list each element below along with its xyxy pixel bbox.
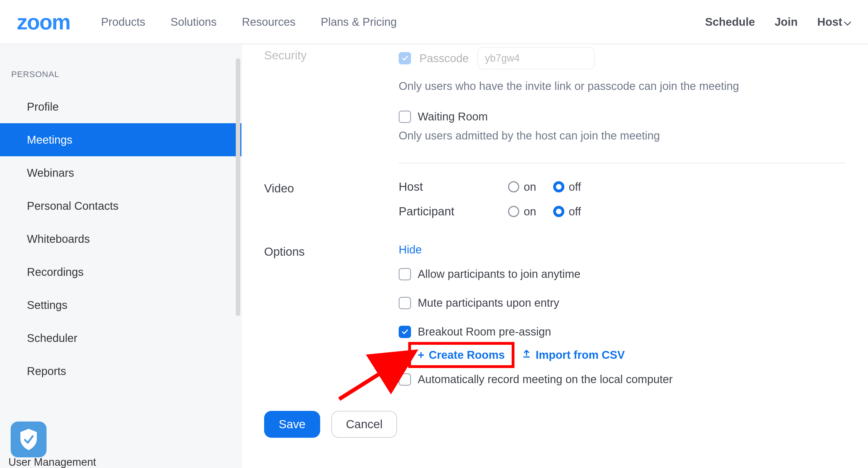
options-label: Options: [264, 243, 393, 259]
video-host-off[interactable]: off: [553, 181, 581, 193]
sidebar-item-label: Whiteboards: [27, 233, 90, 245]
import-csv-label: Import from CSV: [536, 349, 625, 361]
nav-right-group: Schedule Join Host: [705, 16, 851, 28]
sidebar-section-personal: PERSONAL: [0, 64, 241, 90]
create-rooms-label: Create Rooms: [429, 349, 505, 361]
sidebar-item-settings[interactable]: Settings: [0, 289, 241, 322]
video-participant-label: Participant: [399, 205, 491, 218]
video-host-label: Host: [399, 180, 491, 194]
passcode-checkbox[interactable]: [399, 52, 411, 64]
mute-on-entry-label: Mute participants upon entry: [418, 297, 559, 309]
waiting-room-description: Only users admitted by the host can join…: [399, 128, 845, 143]
chevron-down-icon: [844, 16, 851, 28]
check-icon: [401, 54, 409, 62]
sidebar-item-label: Personal Contacts: [27, 200, 119, 212]
auto-record-checkbox[interactable]: [399, 373, 411, 386]
radio-off-label: off: [569, 205, 581, 218]
radio-icon: [508, 206, 519, 217]
upload-icon: [522, 349, 531, 361]
nav-join[interactable]: Join: [775, 16, 798, 28]
section-video: Video Host on off: [264, 180, 845, 218]
nav-resources[interactable]: Resources: [242, 16, 296, 28]
cancel-button[interactable]: Cancel: [331, 411, 397, 438]
video-host-on[interactable]: on: [508, 181, 536, 193]
save-button[interactable]: Save: [264, 411, 320, 438]
waiting-room-label: Waiting Room: [418, 110, 488, 123]
radio-off-label: off: [569, 181, 581, 193]
radio-on-label: on: [524, 181, 536, 193]
sidebar-item-webinars[interactable]: Webinars: [0, 156, 241, 189]
sidebar-item-scheduler[interactable]: Scheduler: [0, 322, 241, 355]
sidebar-item-profile[interactable]: Profile: [0, 90, 241, 123]
waiting-room-checkbox[interactable]: [399, 111, 411, 123]
top-nav: zoom Products Solutions Resources Plans …: [0, 0, 868, 44]
passcode-input[interactable]: [477, 47, 595, 69]
passcode-label: Passcode: [420, 52, 469, 65]
video-participant-off[interactable]: off: [553, 205, 581, 218]
main-content: Security Passcode Only users who have th…: [242, 44, 868, 468]
section-security: Security Passcode: [264, 47, 845, 69]
radio-icon: [553, 181, 564, 192]
radio-icon: [553, 206, 564, 217]
check-icon: [401, 328, 409, 336]
mute-on-entry-checkbox[interactable]: [399, 297, 411, 309]
video-participant-on[interactable]: on: [508, 205, 536, 218]
sidebar-item-whiteboards[interactable]: Whiteboards: [0, 222, 241, 256]
sidebar: PERSONAL Profile Meetings Webinars Perso…: [0, 44, 242, 468]
passcode-description: Only users who have the invite link or p…: [399, 78, 845, 94]
shield-icon: [19, 428, 39, 451]
sidebar-item-user-management-partial[interactable]: User Management: [8, 456, 96, 468]
section-options: Options Hide Allow participants to join …: [264, 243, 845, 386]
video-label: Video: [264, 180, 393, 195]
separator: [399, 163, 845, 163]
privacy-shield-button[interactable]: [11, 422, 46, 457]
plus-icon: +: [418, 349, 424, 361]
radio-icon: [508, 181, 519, 192]
breakout-preassign-checkbox[interactable]: [399, 326, 411, 338]
sidebar-item-recordings[interactable]: Recordings: [0, 256, 241, 289]
radio-on-label: on: [524, 205, 536, 218]
form-footer: Save Cancel: [264, 411, 845, 438]
svg-rect-0: [523, 357, 530, 358]
import-csv-link[interactable]: Import from CSV: [522, 349, 625, 361]
options-hide-link[interactable]: Hide: [399, 243, 422, 256]
nav-left-group: Products Solutions Resources Plans & Pri…: [101, 16, 397, 28]
nav-host[interactable]: Host: [817, 16, 851, 28]
allow-join-anytime-label: Allow participants to join anytime: [418, 268, 580, 280]
sidebar-item-reports[interactable]: Reports: [0, 355, 241, 388]
nav-solutions[interactable]: Solutions: [170, 16, 217, 28]
sidebar-item-label: Scheduler: [27, 332, 78, 344]
sidebar-item-meetings[interactable]: Meetings: [0, 123, 241, 156]
zoom-logo[interactable]: zoom: [17, 10, 70, 34]
sidebar-item-label: Recordings: [27, 266, 84, 278]
sidebar-item-label: Profile: [27, 101, 59, 113]
nav-schedule[interactable]: Schedule: [705, 16, 755, 28]
nav-products[interactable]: Products: [101, 16, 145, 28]
breakout-preassign-label: Breakout Room pre-assign: [418, 326, 551, 338]
sidebar-item-label: Meetings: [27, 134, 72, 146]
security-label: Security: [264, 47, 393, 62]
create-rooms-link[interactable]: + Create Rooms: [418, 349, 505, 361]
nav-host-label: Host: [817, 16, 842, 28]
sidebar-item-label: Reports: [27, 365, 66, 377]
sidebar-item-personal-contacts[interactable]: Personal Contacts: [0, 189, 241, 222]
sidebar-item-label: Webinars: [27, 167, 74, 179]
sidebar-scrollbar[interactable]: [236, 58, 240, 316]
auto-record-label: Automatically record meeting on the loca…: [418, 373, 673, 386]
allow-join-anytime-checkbox[interactable]: [399, 268, 411, 280]
sidebar-item-label: Settings: [27, 299, 68, 311]
nav-plans-pricing[interactable]: Plans & Pricing: [321, 16, 397, 28]
